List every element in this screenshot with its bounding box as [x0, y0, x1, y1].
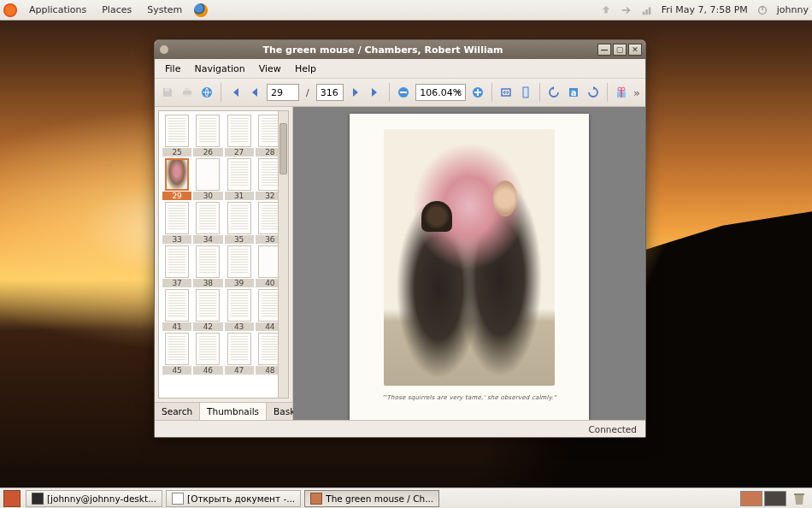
svg-rect-8 [185, 88, 190, 91]
fit-width-button[interactable] [498, 83, 514, 102]
fit-page-button[interactable] [518, 83, 533, 102]
thumbnail-page-26[interactable]: 26 [193, 115, 222, 157]
rotate-cw-button[interactable] [585, 83, 601, 102]
sidebar-scrollbar[interactable] [278, 111, 288, 398]
last-page-button[interactable] [368, 83, 383, 102]
thumbnail-page-46[interactable]: 46 [193, 333, 222, 375]
workspace-1[interactable] [740, 491, 762, 506]
keyboard-layout-icon[interactable] [621, 4, 633, 16]
svg-rect-11 [400, 92, 407, 93]
page-viewer[interactable]: "'Those squirrels are very tame,' she ob… [293, 107, 645, 420]
workspace-switcher[interactable] [738, 491, 786, 506]
text-select-button[interactable]: a [566, 83, 581, 102]
task-button[interactable]: [johnny@johnny-deskt... [26, 490, 162, 507]
clock[interactable]: Fri May 7, 7:58 PM [662, 4, 748, 15]
update-notifier-icon[interactable] [600, 4, 612, 16]
tab-search[interactable]: Search [155, 403, 200, 420]
gift-button[interactable] [614, 83, 629, 102]
close-button[interactable]: ✕ [628, 44, 642, 56]
thumbnail-label: 34 [193, 235, 222, 244]
svg-rect-6 [165, 88, 169, 92]
thumbnail-label: 35 [225, 235, 254, 244]
thumbnail-page-39[interactable]: 39 [225, 245, 254, 287]
thumbnail-label: 29 [162, 192, 191, 200]
page-number-input[interactable] [267, 84, 299, 101]
firefox-launcher-icon[interactable] [194, 3, 208, 17]
applications-menu[interactable]: Applications [22, 2, 93, 18]
thumbnail-page-47[interactable]: 47 [225, 333, 254, 375]
viewer-icon [310, 493, 322, 505]
thumbnail-page-43[interactable]: 43 [225, 289, 254, 331]
prev-page-button[interactable] [247, 83, 262, 102]
thumbnail-label: 42 [193, 322, 222, 331]
tab-thumbnails[interactable]: Thumbnails [200, 402, 267, 420]
maximize-button[interactable]: ▢ [613, 44, 627, 56]
svg-rect-0 [642, 11, 644, 15]
thumbnail-page-45[interactable]: 45 [162, 333, 191, 375]
workspace-2[interactable] [764, 491, 786, 506]
thumbnail-page-27[interactable]: 27 [225, 115, 254, 157]
thumbnail-label: 27 [225, 148, 254, 157]
thumbnail-label: 25 [162, 148, 191, 157]
help-menu[interactable]: Help [290, 62, 321, 76]
thumbnail-page-30[interactable]: 30 [193, 158, 222, 200]
thumbnail-label: 37 [162, 279, 191, 287]
svg-rect-16 [523, 87, 528, 97]
save-button[interactable] [160, 83, 175, 102]
system-menu[interactable]: System [140, 2, 189, 18]
minimize-button[interactable]: — [597, 44, 611, 56]
navigation-menu[interactable]: Navigation [189, 62, 250, 76]
thumbnail-page-29[interactable]: 29 [162, 158, 191, 200]
print-button[interactable] [179, 83, 195, 102]
svg-rect-24 [794, 493, 804, 495]
page-total: 316 [316, 84, 344, 101]
places-menu[interactable]: Places [95, 2, 138, 18]
thumbnail-pane[interactable]: 2526272829303132333435363738394041424344… [158, 110, 289, 399]
thumbnail-page-42[interactable]: 42 [193, 289, 222, 331]
show-desktop-button[interactable] [3, 490, 21, 507]
task-label: [Открыть документ -... [187, 493, 295, 504]
document-viewer-window: The green mouse / Chambers, Robert Willi… [154, 39, 646, 438]
thumbnail-page-37[interactable]: 37 [162, 245, 191, 287]
zoom-out-button[interactable] [396, 83, 411, 102]
status-text: Connected [588, 424, 637, 434]
trash-icon[interactable] [791, 491, 807, 506]
sidebar: 2526272829303132333435363738394041424344… [155, 107, 293, 420]
svg-point-5 [160, 45, 168, 54]
thumbnail-label: 46 [193, 366, 222, 375]
next-page-button[interactable] [348, 83, 363, 102]
thumbnail-page-25[interactable]: 25 [162, 115, 191, 157]
zoom-in-button[interactable] [470, 83, 485, 102]
rotate-ccw-button[interactable] [546, 83, 562, 102]
thumbnail-label: 31 [225, 192, 254, 200]
thumbnail-page-35[interactable]: 35 [225, 202, 254, 244]
network-icon[interactable] [641, 4, 653, 16]
view-menu[interactable]: View [254, 62, 286, 76]
thumbnail-label: 41 [162, 322, 191, 331]
power-icon[interactable] [756, 4, 768, 16]
file-menu[interactable]: File [160, 62, 185, 76]
window-titlebar[interactable]: The green mouse / Chambers, Robert Willi… [155, 40, 645, 59]
toolbar-overflow-icon[interactable]: » [633, 86, 640, 99]
task-button[interactable]: The green mouse / Ch... [304, 490, 439, 507]
thumbnail-page-41[interactable]: 41 [162, 289, 191, 331]
thumbnail-page-34[interactable]: 34 [193, 202, 222, 244]
thumbnail-page-33[interactable]: 33 [162, 202, 191, 244]
toolbar: / 316 106.04% a » [155, 78, 645, 107]
statusbar: Connected [155, 420, 645, 437]
thumbnail-page-31[interactable]: 31 [225, 158, 254, 200]
page-illustration [384, 129, 555, 386]
thumbnail-label: 39 [225, 279, 254, 287]
export-button[interactable] [199, 83, 215, 102]
zoom-select[interactable]: 106.04% [415, 84, 466, 101]
task-button[interactable]: [Открыть документ -... [166, 490, 301, 507]
svg-rect-14 [477, 89, 479, 96]
first-page-button[interactable] [227, 83, 243, 102]
page-caption: "'Those squirrels are very tame,' she ob… [382, 394, 556, 401]
ubuntu-logo-icon[interactable] [3, 3, 17, 17]
thumbnail-page-38[interactable]: 38 [193, 245, 222, 287]
document-icon [172, 493, 184, 505]
user-menu[interactable]: johnny [777, 4, 809, 15]
terminal-icon [32, 493, 44, 505]
sidebar-tabs: Search Thumbnails Basket ◂▸ [155, 402, 292, 420]
